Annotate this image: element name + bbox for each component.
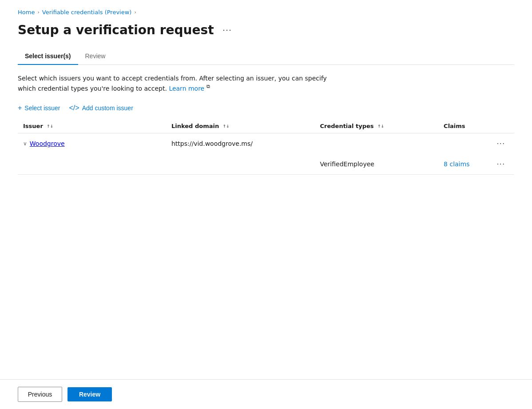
- review-button[interactable]: Review: [67, 387, 112, 401]
- code-icon: </>: [69, 104, 79, 112]
- credential-more-options-button[interactable]: ···: [493, 158, 509, 170]
- credential-claims-cell: 8 claims: [438, 154, 488, 175]
- claims-cell-issuer: [438, 133, 488, 154]
- tabs-container: Select issuer(s) Review: [18, 48, 514, 65]
- issuer-more-options-button[interactable]: ···: [493, 138, 509, 149]
- col-header-actions: [488, 119, 514, 133]
- more-options-button[interactable]: ···: [219, 24, 236, 36]
- claims-link[interactable]: 8 claims: [444, 160, 469, 168]
- description-text: Select which issuers you want to accept …: [18, 74, 329, 93]
- tab-select-issuers[interactable]: Select issuer(s): [18, 48, 78, 65]
- add-custom-issuer-button[interactable]: </> Add custom issuer: [69, 102, 133, 114]
- table-body: ∨ Woodgrove https://vid.woodgrove.ms/ ··…: [18, 133, 514, 174]
- previous-button[interactable]: Previous: [18, 387, 62, 402]
- credential-type-cell: VerifiedEmployee: [314, 154, 438, 175]
- table-header: Issuer ↑↓ Linked domain ↑↓ Credential ty…: [18, 119, 514, 133]
- issuer-cell: ∨ Woodgrove: [18, 133, 166, 154]
- actions-cell-issuer: ···: [488, 133, 514, 154]
- external-link-icon: ⧉: [206, 84, 210, 89]
- select-issuer-label: Select issuer: [24, 104, 60, 112]
- issuer-name-link[interactable]: Woodgrove: [30, 140, 65, 147]
- learn-more-link[interactable]: Learn more: [169, 85, 204, 92]
- credential-domain-cell: [166, 154, 315, 175]
- issuers-table: Issuer ↑↓ Linked domain ↑↓ Credential ty…: [18, 119, 514, 175]
- tab-review[interactable]: Review: [78, 48, 113, 65]
- breadcrumb-home[interactable]: Home: [18, 9, 35, 16]
- toolbar: + Select issuer </> Add custom issuer: [18, 102, 514, 114]
- col-header-credential-types: Credential types ↑↓: [314, 119, 438, 133]
- plus-icon: +: [18, 104, 22, 112]
- credential-issuer-indent: [18, 154, 166, 175]
- credential-types-sort-icon[interactable]: ↑↓: [377, 124, 384, 128]
- page-title-row: Setup a verification request ···: [18, 23, 514, 37]
- credential-types-cell-issuer: [314, 133, 438, 154]
- linked-domain-sort-icon[interactable]: ↑↓: [223, 124, 230, 128]
- table-row: VerifiedEmployee 8 claims ···: [18, 154, 514, 175]
- breadcrumb-section[interactable]: Verifiable credentials (Preview): [42, 9, 132, 16]
- page-title: Setup a verification request: [18, 23, 214, 37]
- select-issuer-button[interactable]: + Select issuer: [18, 102, 60, 114]
- issuer-sort-icon[interactable]: ↑↓: [47, 124, 53, 128]
- breadcrumb: Home › Verifiable credentials (Preview) …: [18, 9, 514, 16]
- breadcrumb-separator-2: ›: [134, 9, 136, 15]
- credential-actions-cell: ···: [488, 154, 514, 175]
- linked-domain-cell: https://vid.woodgrove.ms/: [166, 133, 315, 154]
- footer: Previous Review: [0, 379, 532, 409]
- chevron-down-icon[interactable]: ∨: [23, 140, 27, 147]
- col-header-issuer: Issuer ↑↓: [18, 119, 166, 133]
- col-header-claims: Claims: [438, 119, 488, 133]
- breadcrumb-separator-1: ›: [37, 9, 39, 15]
- add-custom-issuer-label: Add custom issuer: [82, 104, 133, 112]
- col-header-linked-domain: Linked domain ↑↓: [166, 119, 315, 133]
- table-row: ∨ Woodgrove https://vid.woodgrove.ms/ ··…: [18, 133, 514, 154]
